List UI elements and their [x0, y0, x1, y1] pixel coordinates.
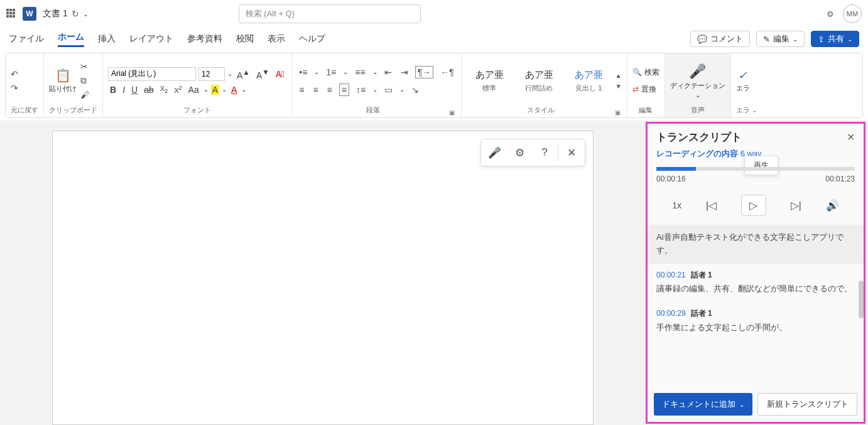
clear-format-icon[interactable]: A⃠	[274, 69, 286, 79]
change-case-button[interactable]: Aa	[187, 85, 201, 95]
align-right-icon[interactable]: ≡	[325, 84, 334, 95]
mic-button[interactable]: 🎤	[482, 143, 506, 162]
transcript-segment[interactable]: 00:00:29話者 1 手作業による文字起こしの手間が。	[648, 302, 864, 341]
replace-button[interactable]: ⇄置換	[632, 83, 659, 96]
playback-controls: 1x |◁ ▷ ▷| 🔊	[648, 190, 864, 225]
tab-file[interactable]: ファイル	[9, 33, 44, 45]
volume-icon[interactable]: 🔊	[826, 199, 839, 212]
tab-help[interactable]: ヘルプ	[299, 33, 325, 45]
add-to-document-button[interactable]: ドキュメントに追加⌄	[654, 393, 752, 416]
font-size-select[interactable]	[198, 67, 225, 81]
close-icon[interactable]: ✕	[847, 131, 855, 143]
tab-insert[interactable]: 挿入	[98, 33, 116, 45]
play-button[interactable]: ▷	[741, 195, 766, 216]
chevron-down-icon: ⌄	[695, 92, 700, 99]
undo-icon[interactable]: ↶	[11, 69, 18, 79]
settings-icon[interactable]: ⚙	[827, 9, 834, 19]
dictation-button[interactable]: 🎤 ディクテーション ⌄	[670, 63, 725, 99]
replace-icon: ⇄	[632, 85, 639, 94]
align-left-icon[interactable]: ≡	[297, 84, 306, 95]
help-icon[interactable]: ?	[533, 143, 556, 162]
ltr-icon[interactable]: ¶→	[415, 66, 434, 78]
line-spacing-icon[interactable]: ↕≡	[354, 84, 367, 95]
paragraph-label: 段落	[297, 104, 448, 116]
grow-font-icon[interactable]: A▲	[235, 68, 252, 80]
search-input[interactable]: 検索 (Alt + Q)	[239, 4, 421, 23]
borders-icon[interactable]: ▭	[382, 84, 394, 95]
next-segment-icon[interactable]: ▷|	[791, 199, 801, 212]
prev-segment-icon[interactable]: |◁	[706, 199, 717, 212]
tab-view[interactable]: 表示	[268, 33, 285, 45]
edit-button[interactable]: ✎編集⌄	[756, 31, 805, 47]
speed-button[interactable]: 1x	[672, 200, 681, 210]
word-icon: W	[23, 7, 36, 21]
color-chevron[interactable]: ⌄	[241, 86, 246, 93]
app-launcher-icon[interactable]	[6, 9, 16, 19]
style-nospacing[interactable]: あア亜行間詰め	[516, 67, 562, 95]
sort-icon[interactable]: ↘	[410, 84, 421, 95]
transcript-segment[interactable]: Ai音声自動テキスト化ができる文字起こしアプリです。	[648, 225, 864, 264]
strike-button[interactable]: ab	[142, 85, 156, 95]
outdent-icon[interactable]: ⇤	[382, 67, 394, 78]
paragraph-dialog-icon[interactable]: ▣	[449, 109, 455, 116]
font-color-button[interactable]: A	[229, 85, 239, 95]
avatar[interactable]: MM	[843, 4, 862, 23]
document-area: 🎤 ⚙ ? ✕	[0, 121, 646, 425]
tab-review[interactable]: 校閲	[236, 33, 254, 45]
scrollbar-thumb[interactable]	[859, 281, 864, 318]
tab-layout[interactable]: レイアウト	[129, 33, 173, 45]
bold-button[interactable]: B	[108, 85, 118, 95]
bullets-icon[interactable]: •≡	[297, 67, 309, 78]
doc-title[interactable]: 文書 1 ↻ ⌄	[43, 8, 88, 19]
underline-button[interactable]: U	[129, 85, 139, 95]
title-bar: W 文書 1 ↻ ⌄ 検索 (Alt + Q) ⚙ MM	[0, 0, 868, 28]
superscript-button[interactable]: X2	[172, 85, 183, 94]
transcript-segment[interactable]: 00:00:21話者 1 議事録の編集、共有、翻訳などが簡単にできるので。	[648, 264, 864, 303]
clipboard-label: クリップボード	[49, 104, 97, 116]
group-dictation: 🎤 ディクテーション ⌄ 音声	[665, 53, 731, 117]
editor-icon: ✓	[738, 68, 747, 82]
tab-home[interactable]: ホーム	[58, 31, 84, 47]
format-painter-icon[interactable]: 🖌	[80, 90, 89, 100]
styles-down-icon[interactable]: ▼	[616, 83, 622, 90]
font-name-select[interactable]	[108, 67, 196, 81]
editor-label: エラ ⌄	[736, 104, 757, 116]
numbering-icon[interactable]: 1≡	[324, 67, 338, 78]
align-center-icon[interactable]: ≡	[311, 84, 320, 95]
group-editing: 🔍検索 ⇄置換 編集	[627, 53, 665, 117]
shrink-font-icon[interactable]: A▼	[254, 68, 271, 80]
font-label: フォント	[108, 104, 286, 116]
dictation-settings-icon[interactable]: ⚙	[507, 143, 531, 162]
transcript-segments: Ai音声自動テキスト化ができる文字起こしアプリです。 00:00:21話者 1 …	[648, 225, 864, 387]
align-justify-icon[interactable]: ≡	[339, 83, 349, 96]
highlight-chevron[interactable]: ⌄	[222, 86, 227, 93]
tab-references[interactable]: 参考資料	[187, 33, 222, 45]
styles-up-icon[interactable]: ▲	[616, 72, 622, 79]
share-button[interactable]: ⇪共有⌄	[811, 31, 859, 47]
editor-button[interactable]: ✓ エラ	[736, 68, 750, 93]
copy-icon[interactable]: ⧉	[80, 75, 89, 86]
styles-dialog-icon[interactable]: ▣	[615, 109, 621, 116]
redo-icon[interactable]: ↷	[11, 83, 18, 93]
ribbon: ↶↷ 元に戻す 📋貼り付け ✂⧉🖌 クリップボード ⌄ A▲ A▼ A⃠ B I…	[5, 53, 863, 118]
rtl-icon[interactable]: ←¶	[438, 67, 456, 78]
group-clipboard: 📋貼り付け ✂⧉🖌 クリップボード	[44, 53, 103, 117]
find-button[interactable]: 🔍検索	[632, 66, 659, 79]
multilevel-icon[interactable]: ≡≡	[353, 67, 367, 78]
italic-button[interactable]: I	[121, 85, 127, 95]
size-chevron[interactable]: ⌄	[227, 70, 232, 77]
progress-bar[interactable]: 再生	[656, 167, 855, 171]
document-page[interactable]: 🎤 ⚙ ? ✕	[52, 131, 594, 425]
highlight-button[interactable]: A	[211, 85, 219, 95]
indent-icon[interactable]: ⇥	[399, 67, 410, 78]
new-transcript-button[interactable]: 新規トランスクリプト	[757, 393, 857, 416]
paste-button[interactable]: 📋貼り付け	[49, 68, 77, 94]
case-chevron[interactable]: ⌄	[203, 86, 209, 93]
style-normal[interactable]: あア亜標準	[467, 67, 513, 95]
close-dictation-icon[interactable]: ✕	[560, 143, 583, 162]
subscript-button[interactable]: X2	[158, 85, 170, 94]
comment-button[interactable]: 💬コメント	[690, 31, 750, 47]
cut-icon[interactable]: ✂	[80, 62, 89, 72]
style-heading1[interactable]: あア亜見出し 1	[566, 67, 612, 95]
play-tooltip: 再生	[744, 156, 778, 175]
